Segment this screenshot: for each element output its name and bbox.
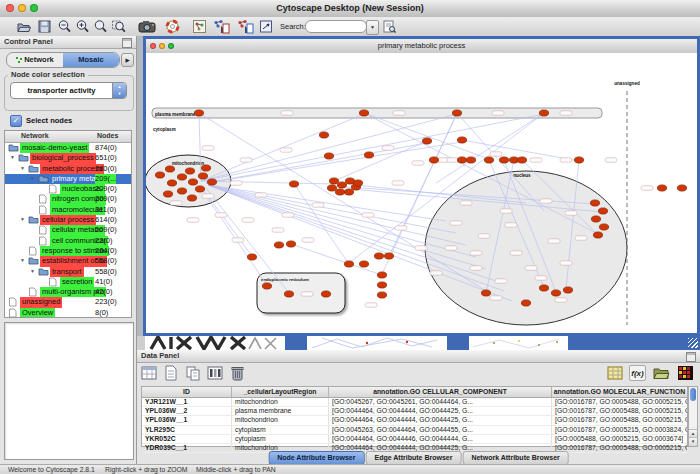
graph-node[interactable] [539,285,548,291]
expander-icon[interactable]: ▼ [20,257,25,263]
tree-row[interactable]: cellular metabo209(0) [5,225,131,235]
node-color-dropdown[interactable]: transporter activity ▲▼ [10,82,127,99]
help-icon[interactable] [165,19,180,34]
graph-node[interactable] [452,110,461,116]
zoom-selected-icon[interactable] [111,19,126,34]
graph-node[interactable] [201,165,210,171]
frame-titlebar[interactable]: primary metabolic process [146,39,697,54]
snapshot-icon[interactable] [138,19,157,34]
scroll-down-arrow[interactable]: ▼ [689,437,697,446]
frame-bottom-border[interactable] [568,336,700,350]
tab-edge-attribute-browser[interactable]: Edge Attribute Browser [365,451,461,465]
graph-node[interactable] [344,261,353,267]
import-network-icon[interactable] [212,19,230,34]
graph-node[interactable] [198,173,207,179]
graph-node[interactable] [329,178,338,184]
graph-node[interactable] [155,172,164,178]
network-overview-icon[interactable] [192,19,207,34]
graph-node[interactable] [195,186,204,192]
graph-node[interactable] [551,290,560,296]
expander-icon[interactable]: ▼ [30,268,35,274]
export-network-icon[interactable] [236,19,254,34]
graph-node[interactable] [377,272,386,278]
graph-node[interactable] [593,232,602,238]
copy-attribute-icon[interactable] [185,365,202,381]
graph-node[interactable] [590,200,599,206]
table-header-row[interactable]: ID_cellularLayoutRegionannotation.GO CEL… [142,387,687,398]
frame-zoom-button[interactable] [168,43,174,49]
background-frame-border[interactable] [447,336,469,350]
tree-row[interactable]: cell communicat22(0) [5,236,131,246]
network-graph[interactable]: plasma membranecytoplasmmitochondrionnuc… [146,53,697,333]
frame-close-button[interactable] [150,43,156,49]
table-row[interactable]: YKR052Ccytoplasm[GO:0044464, GO:0044446,… [142,435,687,444]
select-attributes-icon[interactable] [141,365,158,381]
float-panel-icon[interactable] [122,38,132,48]
column-header[interactable]: _cellularLayoutRegion [232,387,329,397]
search-options-icon[interactable] [382,19,397,34]
graph-node[interactable] [359,261,368,267]
graph-node[interactable] [657,185,666,191]
table-row[interactable]: YPL036W__2plasma membrane[GO:0044464, GO… [142,407,687,416]
open-icon[interactable] [16,19,31,34]
background-frame-edge[interactable] [469,336,568,350]
search-dropdown-arrow[interactable]: ▼ [366,20,379,35]
table-scrollbar[interactable]: ▲ ▼ [688,386,698,447]
graph-node[interactable] [466,157,475,163]
network-canvas[interactable]: plasma membranecytoplasmmitochondrionnuc… [146,53,697,333]
graph-node[interactable] [457,137,466,143]
vizmapper-icon[interactable] [259,19,274,34]
graph-node[interactable] [335,189,344,195]
graph-node[interactable] [422,138,431,144]
tree-row[interactable]: multi-organism pro42(0) [5,287,131,297]
search-input[interactable] [305,20,367,33]
open-attributes-icon[interactable] [653,365,670,381]
formula-builder-icon[interactable]: f(x) [629,365,646,381]
tree-row[interactable]: response to stimulu264(0) [5,246,131,256]
birdseye-view[interactable] [4,322,134,460]
delete-attribute-icon[interactable] [229,365,246,381]
select-nodes-checkbox[interactable]: ✓ [10,115,22,127]
tree-row[interactable]: ▼establishment of lo558(0) [5,256,131,266]
background-frame-border[interactable] [285,336,307,350]
tree-row[interactable]: ▼metabolic process280(0) [5,164,131,174]
graph-node[interactable] [167,180,176,186]
table-row[interactable]: YJR121W__1mitochondrion[GO:0045267, GO:0… [142,398,687,407]
graph-node[interactable] [517,157,526,163]
heatmap-icon[interactable] [677,365,694,381]
save-icon[interactable] [37,19,52,34]
graph-node[interactable] [457,157,466,163]
graph-node[interactable] [289,181,298,187]
tab-network-attribute-browser[interactable]: Network Attribute Browser [462,451,568,465]
graph-node[interactable] [247,254,256,260]
graph-node[interactable] [188,179,197,185]
graph-node[interactable] [274,242,283,248]
column-header[interactable]: annotation.GO MOLECULAR_FUNCTION [552,387,687,397]
tree-row[interactable]: secretion41(0) [5,277,131,287]
tree-row[interactable]: macromolecule311(0) [5,205,131,215]
close-button[interactable] [6,4,14,12]
float-panel-icon[interactable] [686,352,696,362]
tree-row[interactable]: ▼cellular process614(0) [5,215,131,225]
graph-node[interactable] [374,253,383,259]
expander-icon[interactable]: ▼ [10,154,15,160]
graph-node[interactable] [591,216,600,222]
zoom-button[interactable] [30,4,38,12]
import-table-icon[interactable] [607,365,624,381]
overview-frame-edge[interactable] [145,336,285,350]
tab-node-attribute-browser[interactable]: Node Attribute Browser [268,451,364,465]
graph-node[interactable] [177,174,186,180]
network-view-frame[interactable]: primary metabolic process plasma membran… [143,36,700,336]
graph-node[interactable] [677,185,686,191]
column-header[interactable]: annotation.GO CELLULAR_COMPONENT [329,387,552,397]
graph-node[interactable] [377,292,386,298]
tab-network[interactable]: Network [7,53,63,67]
attribute-editor-icon[interactable] [207,365,224,381]
graph-node[interactable] [481,290,490,296]
graph-node[interactable] [262,283,271,289]
graph-node[interactable] [377,282,386,288]
graph-node[interactable] [324,153,333,159]
graph-node[interactable] [598,208,607,214]
graph-node[interactable] [574,157,583,163]
expander-icon[interactable]: ▼ [20,165,25,171]
